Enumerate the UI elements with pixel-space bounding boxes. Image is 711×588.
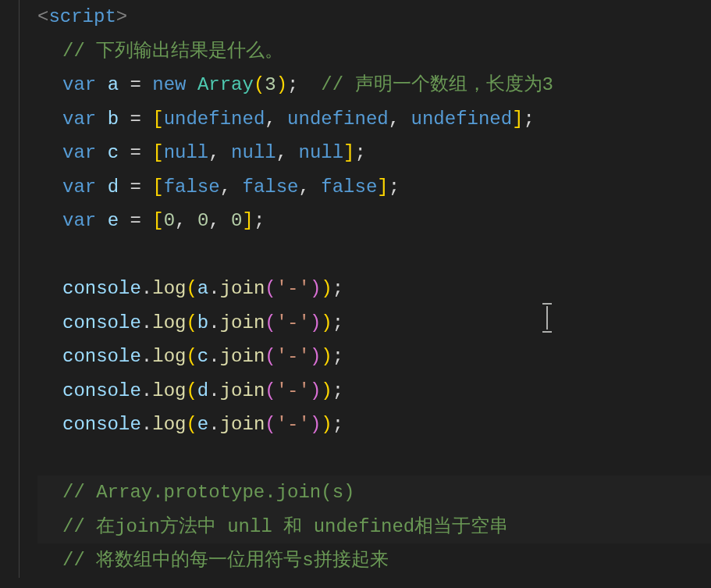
code-line: // 在join方法中 unll 和 undefined相当于空串 <box>37 510 711 544</box>
constant: undefined <box>287 102 389 136</box>
keyword: var <box>62 170 96 204</box>
variable: c <box>197 340 208 373</box>
bracket: ] <box>377 170 388 204</box>
punct: ; <box>332 272 343 305</box>
paren: ( <box>186 340 197 373</box>
paren: ( <box>265 340 276 373</box>
punct: . <box>141 374 152 408</box>
code-line: console.log(d.join('-')); <box>37 374 711 408</box>
variable: a <box>108 68 119 102</box>
punct: , <box>208 136 231 169</box>
string: '-' <box>276 340 310 373</box>
code-editor[interactable]: <script> // 下列输出结果是什么。 var a = new Array… <box>0 0 711 578</box>
paren: ) <box>321 306 332 340</box>
punct: . <box>208 408 219 441</box>
variable: d <box>197 374 208 408</box>
variable: a <box>197 272 208 305</box>
comment: // 在join方法中 unll 和 undefined相当于空串 <box>62 510 508 543</box>
keyword: var <box>62 204 96 237</box>
paren: ) <box>310 272 321 305</box>
punct: , <box>265 102 287 136</box>
code-line: var e = [0, 0, 0]; <box>37 204 711 238</box>
paren: ( <box>254 68 265 102</box>
variable: c <box>108 136 119 169</box>
number: 3 <box>265 68 276 102</box>
keyword: var <box>62 136 96 169</box>
constant: undefined <box>411 102 513 136</box>
code-line: // 下列输出结果是什么。 <box>37 34 711 69</box>
code-line: var d = [false, false, false]; <box>37 170 711 205</box>
code-line: console.log(a.join('-')); <box>37 272 711 306</box>
method: join <box>220 408 265 441</box>
paren: ( <box>186 408 197 441</box>
constant: false <box>164 170 220 204</box>
punct: ; <box>355 136 366 169</box>
punct: ; <box>524 102 535 136</box>
paren: ) <box>321 340 332 373</box>
code-line: console.log(b.join('-')); <box>37 306 711 340</box>
code-line: var c = [null, null, null]; <box>37 136 711 170</box>
paren: ) <box>310 306 321 340</box>
punct: , <box>220 170 243 204</box>
punct: , <box>208 204 231 237</box>
paren: ) <box>321 408 332 441</box>
operator: = <box>119 204 152 237</box>
operator: = <box>119 68 152 102</box>
paren: ) <box>321 374 332 408</box>
punct: . <box>141 272 152 305</box>
punct: ; <box>254 204 265 237</box>
comment: // Array.prototype.join(s) <box>62 476 354 509</box>
object: console <box>62 408 141 441</box>
comment: // 将数组中的每一位用符号s拼接起来 <box>62 543 389 577</box>
code-line: console.log(e.join('-')); <box>37 408 711 442</box>
bracket: ] <box>243 204 254 237</box>
paren: ( <box>186 272 197 305</box>
paren: ) <box>310 408 321 441</box>
punct: . <box>141 340 152 373</box>
class-name: Array <box>197 68 254 102</box>
paren: ( <box>265 374 276 408</box>
paren: ) <box>276 68 287 102</box>
blank-line <box>37 442 711 476</box>
number: 0 <box>164 204 175 237</box>
paren: ( <box>265 408 276 441</box>
method: log <box>152 306 186 340</box>
method: join <box>220 272 265 305</box>
blank-line <box>37 238 711 273</box>
method: log <box>152 272 186 305</box>
code-line: console.log(c.join('-')); <box>37 340 711 374</box>
comment: // 声明一个数组，长度为3 <box>321 68 553 102</box>
punct: ; <box>389 170 400 204</box>
variable: e <box>197 408 208 441</box>
string: '-' <box>276 272 310 305</box>
bracket: ] <box>512 102 523 136</box>
variable: d <box>108 170 119 204</box>
number: 0 <box>231 204 242 237</box>
method: join <box>220 306 265 340</box>
constant: null <box>231 136 276 169</box>
object: console <box>62 340 141 373</box>
object: console <box>62 272 141 305</box>
comment: // 下列输出结果是什么。 <box>62 34 283 68</box>
bracket: [ <box>152 136 163 169</box>
tag-bracket: > <box>116 0 127 34</box>
punct: ; <box>332 374 343 408</box>
punct: . <box>208 306 219 340</box>
code-line: // 将数组中的每一位用符号s拼接起来 <box>37 543 711 578</box>
punct: , <box>276 136 299 169</box>
constant: false <box>242 170 298 204</box>
string: '-' <box>276 306 310 340</box>
constant: false <box>321 170 377 204</box>
bracket: [ <box>152 102 163 136</box>
keyword: var <box>62 68 96 102</box>
variable: b <box>108 102 119 136</box>
string: '-' <box>276 408 310 441</box>
paren: ( <box>265 306 276 340</box>
operator: = <box>119 136 152 169</box>
punct: ; <box>332 340 343 373</box>
bracket: [ <box>152 204 163 237</box>
tag-name: script <box>48 0 116 34</box>
punct: ; <box>332 306 343 340</box>
constant: undefined <box>164 102 265 136</box>
punct: , <box>299 170 322 204</box>
